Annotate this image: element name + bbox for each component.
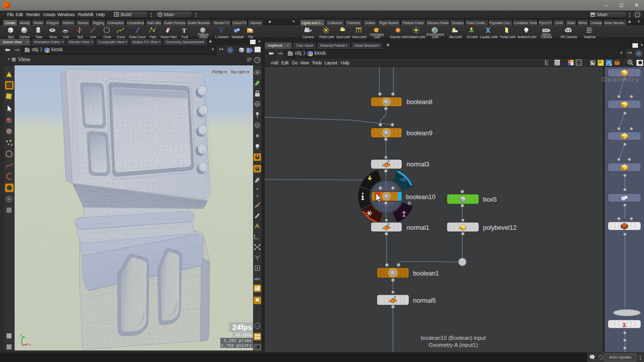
svg-text:?: ? [256,57,259,62]
svg-text:normal1: normal1 [407,224,429,231]
svg-text:Persp ▾: Persp ▾ [212,69,227,74]
svg-text:3,769 points: 3,769 points [221,343,252,348]
svg-text:T: T [182,27,187,34]
svg-text:polybevel12: polybevel12 [483,224,517,231]
svg-text:boolean8: boolean8 [407,99,432,106]
svg-text:42.43ms: 42.43ms [235,332,252,337]
svg-text:3,293 prims: 3,293 prims [223,338,252,343]
svg-text:i: i [257,324,258,328]
svg-text:x: x [29,343,31,346]
svg-text:normal3: normal3 [407,161,429,168]
svg-text:No cam ▾: No cam ▾ [231,69,250,74]
svg-text:box5: box5 [483,196,497,203]
svg-text:Geometry A (input1): Geometry A (input1) [429,342,478,348]
svg-text:y: y [20,333,22,337]
svg-text:?: ? [636,13,639,17]
svg-text:boolean9: boolean9 [407,130,432,137]
svg-text:boolean1: boolean1 [413,270,439,277]
svg-text:normal5: normal5 [413,297,436,304]
svg-text:abc: abc [254,277,260,281]
svg-text:24fps: 24fps [232,323,252,331]
svg-text:boolean10 (Boolean) input: boolean10 (Boolean) input [421,335,486,341]
svg-text:boolean10: boolean10 [406,194,435,201]
